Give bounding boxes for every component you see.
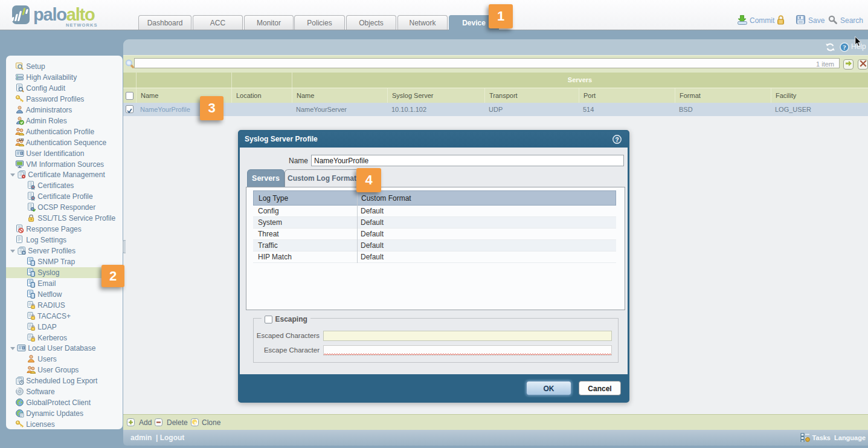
svg-text:?: ? xyxy=(843,44,846,51)
svg-text:?: ? xyxy=(615,137,619,143)
